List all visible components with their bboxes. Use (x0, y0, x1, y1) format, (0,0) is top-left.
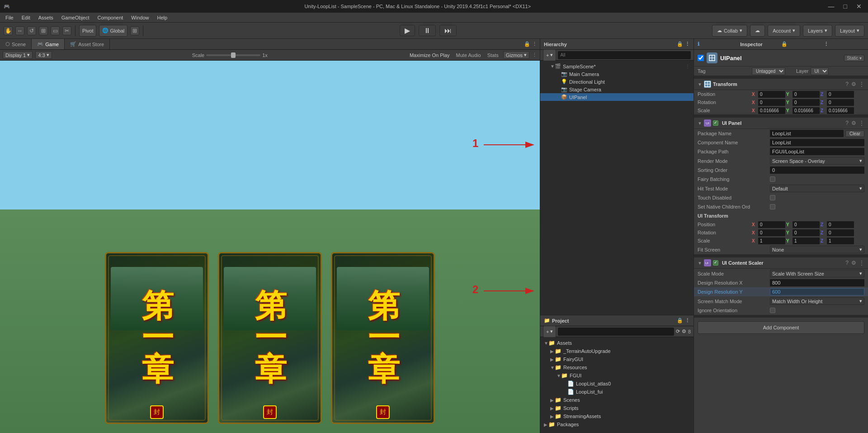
hierarchy-add-btn[interactable]: + ▾ (543, 49, 556, 61)
proj-fgui[interactable]: ▼ 📁 FGUI (540, 371, 693, 380)
tab-scene[interactable]: ⬡ Scene (0, 39, 32, 49)
minimize-btn[interactable]: — (826, 3, 837, 10)
tool-move[interactable]: ↔ (15, 26, 24, 35)
add-component-btn[interactable]: Add Component (698, 321, 864, 334)
menu-component[interactable]: Component (94, 14, 127, 21)
transform-settings-btn[interactable]: ⚙ (851, 81, 856, 87)
hier-item-uipanel[interactable]: 📦 UIPanel (540, 93, 693, 101)
scale-z-input[interactable] (827, 107, 854, 114)
scale-handle[interactable] (231, 52, 236, 58)
screen-match-dropdown[interactable]: Match Width Or Height ▾ (770, 297, 864, 305)
proj-streaming[interactable]: ▶ 📁 StreamingAssets (540, 412, 693, 420)
scaler-settings-btn[interactable]: ⚙ (851, 260, 856, 266)
proj-packages[interactable]: ▶ 📁 Packages (540, 420, 693, 428)
scaler-enable-check[interactable] (713, 260, 718, 266)
hier-item-stagecamera[interactable]: 📷 Stage Camera (540, 86, 693, 93)
inspector-lock-icon[interactable]: 🔒 (781, 41, 822, 47)
scale-mode-dropdown[interactable]: Scale With Screen Size ▾ (770, 270, 864, 277)
tool-hand[interactable]: ✋ (4, 26, 13, 35)
scene-more-icon[interactable]: ⋮ (532, 41, 537, 47)
proj-fui[interactable]: 📄 LoopList_fui (540, 388, 693, 396)
menu-file[interactable]: File (2, 14, 17, 21)
grid-btn[interactable]: ⊞ (130, 26, 139, 35)
uipanel-more-btn[interactable]: ⋮ (859, 120, 864, 126)
ui-rot-z-input[interactable] (827, 229, 854, 236)
proj-resources[interactable]: ▼ 📁 Resources (540, 363, 693, 371)
hit-test-mode-dropdown[interactable]: Default ▾ (770, 185, 864, 192)
proj-assets[interactable]: ▼ 📁 Assets (540, 339, 693, 347)
proj-fairygui[interactable]: ▶ 📁 FairyGUI (540, 355, 693, 363)
position-y-input[interactable] (793, 91, 820, 98)
proj-scripts[interactable]: ▶ 📁 Scripts (540, 404, 693, 412)
cloud-btn[interactable]: ☁ (750, 25, 765, 37)
project-refresh-icon[interactable]: ⟳ (676, 328, 680, 334)
transform-component-header[interactable]: ▼ Transform ? ⚙ ⋮ (694, 78, 868, 90)
scene-toolbar-more[interactable]: ⋮ (532, 52, 537, 58)
step-btn[interactable]: ⏭ (439, 25, 457, 36)
close-btn[interactable]: ✕ (854, 3, 864, 10)
ui-pos-y-input[interactable] (793, 221, 820, 228)
proj-atlas[interactable]: 📄 LoopList_atlas0 (540, 380, 693, 388)
project-search[interactable] (558, 328, 674, 336)
project-settings-icon[interactable]: ⚙ (682, 328, 686, 334)
uipanel-enable-check[interactable] (713, 120, 718, 126)
maximize-on-play[interactable]: Maximize On Play (408, 52, 452, 58)
obj-active-checkbox[interactable] (698, 55, 704, 61)
component-name-input[interactable] (770, 139, 864, 146)
layer-dropdown[interactable]: UI (811, 67, 829, 75)
ui-rot-x-input[interactable] (758, 229, 785, 236)
tool-multi[interactable]: ✂ (62, 26, 71, 35)
menu-gameobject[interactable]: GameObject (58, 14, 93, 21)
account-btn[interactable]: Account ▾ (768, 25, 800, 37)
fit-screen-dropdown[interactable]: None ▾ (770, 246, 864, 253)
touch-disabled-checkbox[interactable] (770, 195, 775, 200)
scene-lock-icon[interactable]: 🔒 (524, 41, 530, 47)
position-x-input[interactable] (758, 91, 785, 98)
render-mode-dropdown[interactable]: Screen Space - Overlay ▾ (770, 157, 864, 165)
static-btn[interactable]: Static ▾ (844, 55, 864, 62)
hier-item-maincamera[interactable]: 📷 Main Camera (540, 70, 693, 78)
hierarchy-lock-icon[interactable]: 🔒 (677, 41, 683, 47)
scaler-help-btn[interactable]: ? (845, 260, 849, 266)
mute-audio[interactable]: Mute Audio (454, 52, 483, 58)
transform-help-btn[interactable]: ? (845, 81, 849, 87)
set-native-checkbox[interactable] (770, 204, 775, 209)
package-name-input[interactable] (770, 130, 844, 137)
clear-btn[interactable]: Clear (845, 130, 864, 137)
project-more-icon[interactable]: ⋮ (685, 318, 690, 324)
project-lock-icon[interactable]: 🔒 (677, 318, 683, 324)
tool-scale[interactable]: ⊞ (39, 26, 48, 35)
package-path-input[interactable] (770, 148, 864, 155)
uipanel-help-btn[interactable]: ? (845, 120, 849, 126)
tab-asset-store[interactable]: 🛒 Asset Store (65, 39, 110, 49)
layout-btn[interactable]: Layout ▾ (835, 25, 864, 37)
ui-scale-x-input[interactable] (758, 238, 785, 244)
ui-panel-component-header[interactable]: ▼ UI UI Panel ? ⚙ ⋮ (694, 117, 868, 129)
layers-btn[interactable]: Layers ▾ (803, 25, 832, 37)
hierarchy-search[interactable] (558, 51, 691, 59)
design-res-x-input[interactable] (770, 279, 864, 286)
rotation-z-input[interactable] (827, 99, 854, 106)
stats-btn[interactable]: Stats (486, 52, 500, 58)
hier-item-samplescene[interactable]: ▼ 🎬 SampleScene* ⋮ (540, 62, 693, 70)
gizmos-dropdown[interactable]: Gizmos ▾ (503, 51, 529, 59)
uipanel-settings-btn[interactable]: ⚙ (851, 120, 856, 126)
menu-edit[interactable]: Edit (18, 14, 34, 21)
global-btn[interactable]: 🌐 Global (99, 25, 127, 37)
menu-assets[interactable]: Assets (35, 14, 57, 21)
inspector-more-icon[interactable]: ⋮ (824, 41, 864, 47)
project-add-btn[interactable]: +▾ (543, 326, 556, 338)
play-btn[interactable]: ▶ (400, 25, 415, 36)
proj-scenes[interactable]: ▶ 📁 Scenes (540, 396, 693, 404)
position-z-input[interactable] (827, 91, 854, 98)
ui-rot-y-input[interactable] (793, 229, 820, 236)
samplescene-menu[interactable]: ⋮ (685, 64, 690, 69)
scale-y-input[interactable] (793, 107, 820, 114)
menu-window[interactable]: Window (127, 14, 152, 21)
pause-btn[interactable]: ⏸ (419, 25, 436, 36)
hierarchy-more-icon[interactable]: ⋮ (685, 41, 690, 47)
proj-terrain[interactable]: ▶ 📁 _TerrainAutoUpgrade (540, 347, 693, 355)
maximize-btn[interactable]: □ (841, 3, 850, 10)
obj-name-input[interactable] (720, 55, 841, 62)
scale-slider[interactable] (206, 54, 260, 56)
